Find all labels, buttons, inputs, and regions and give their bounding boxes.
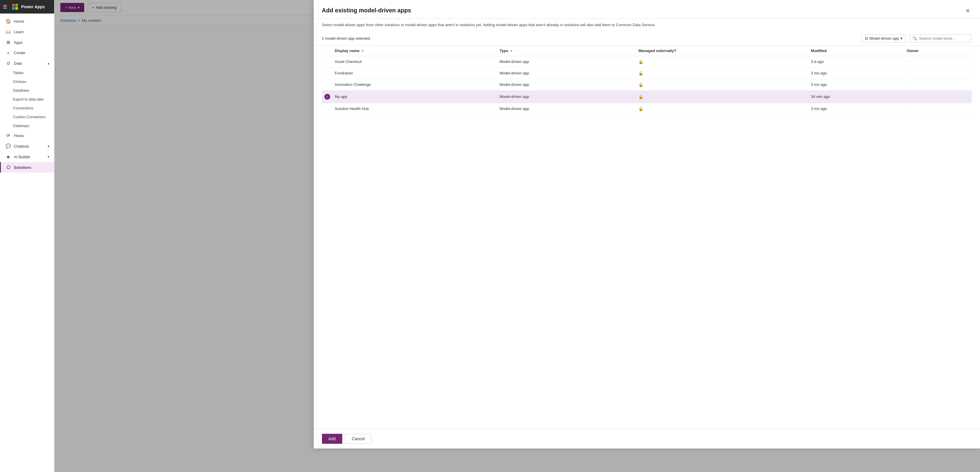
sidebar-item-choices[interactable]: Choices — [0, 78, 54, 86]
modal-description: Select model-driven apps from other solu… — [314, 19, 980, 32]
selected-count: 1 model-driven app selected — [322, 36, 370, 41]
search-icon: 🔍 — [913, 36, 917, 41]
row-modified: 3 mo ago — [809, 79, 905, 90]
row-managed: 🔒 — [636, 56, 808, 67]
col-check — [322, 46, 332, 56]
sidebar-item-tables[interactable]: Tables — [0, 68, 54, 78]
solutions-icon: ⬡ — [6, 165, 11, 170]
row-check-cell[interactable]: ✓ — [322, 90, 332, 103]
learn-icon: 📖 — [6, 29, 11, 35]
sidebar-item-label: Gateways — [13, 124, 29, 128]
row-managed: 🔒 — [636, 67, 808, 79]
sidebar-item-apps[interactable]: ⊞ Apps — [0, 37, 54, 48]
sidebar-item-dataflows[interactable]: Dataflows — [0, 86, 54, 95]
sidebar-item-label: Flows — [14, 133, 24, 138]
app-name: Power Apps — [21, 5, 45, 9]
sidebar-item-connections[interactable]: Connections — [0, 104, 54, 112]
row-owner: - — [904, 103, 972, 114]
col-display-name[interactable]: Display name ▾ — [332, 46, 497, 56]
chevron-up-icon: ▴ — [48, 62, 49, 65]
col-type[interactable]: Type ▾ — [497, 46, 636, 56]
sidebar-item-label: Chatbots — [14, 144, 29, 149]
row-name: Solution Health Hub — [332, 103, 497, 114]
close-button[interactable]: ✕ — [964, 7, 972, 15]
add-button[interactable]: Add — [322, 434, 342, 444]
cancel-button[interactable]: Cancel — [345, 434, 372, 444]
search-box: 🔍 — [909, 35, 972, 42]
sidebar-item-learn[interactable]: 📖 Learn — [0, 27, 54, 37]
sidebar-header: ☰ Power Apps — [0, 0, 54, 14]
row-owner: - — [904, 79, 972, 90]
sidebar-item-label: Choices — [13, 80, 26, 84]
sidebar-item-chatbots[interactable]: 💬 Chatbots ▾ — [0, 141, 54, 152]
main-content: + New ▾ + Add existing Solutions > My so… — [54, 0, 980, 472]
row-name: My app — [332, 90, 497, 103]
create-icon: + — [6, 50, 11, 55]
modal-overlay: Add existing model-driven apps ✕ Select … — [54, 0, 980, 472]
sidebar-item-label: Connections — [13, 106, 33, 110]
table-row[interactable]: Asset CheckoutModel-driven app🔒3 d ago- — [322, 56, 972, 67]
row-check-cell[interactable] — [322, 79, 332, 90]
modal-title: Add existing model-driven apps — [322, 7, 411, 14]
filter-icon: ⊟ — [865, 36, 868, 41]
table-row[interactable]: ✓My appModel-driven app🔒34 min ago- — [322, 90, 972, 103]
row-managed: 🔒 — [636, 103, 808, 114]
apps-icon: ⊞ — [6, 40, 11, 45]
svg-rect-1 — [15, 4, 18, 6]
lock-icon: 🔒 — [638, 59, 643, 64]
sidebar-item-ai-builder[interactable]: ◈ AI Builder ▾ — [0, 152, 54, 162]
sidebar-item-label: Learn — [14, 30, 24, 34]
row-type: Model-driven app — [497, 56, 636, 67]
row-owner: - — [904, 56, 972, 67]
filter-button[interactable]: ⊟ Model-driven app ▾ — [862, 35, 906, 42]
sidebar-item-solutions[interactable]: ⬡ Solutions — [0, 162, 54, 173]
col-owner: Owner — [904, 46, 972, 56]
sidebar-item-export[interactable]: Export to data lake — [0, 95, 54, 104]
svg-rect-3 — [15, 7, 18, 10]
row-modified: 3 mo ago — [809, 67, 905, 79]
row-name: Fundraiser — [332, 67, 497, 79]
add-model-driven-apps-modal: Add existing model-driven apps ✕ Select … — [314, 0, 980, 448]
search-input[interactable] — [919, 36, 969, 41]
col-managed: Managed externally? — [636, 46, 808, 56]
chevron-down-icon: ▾ — [900, 36, 903, 41]
check-icon: ✓ — [324, 94, 330, 100]
row-check-cell[interactable] — [322, 56, 332, 67]
ai-builder-icon: ◈ — [6, 154, 11, 159]
table-row[interactable]: FundraiserModel-driven app🔒3 mo ago- — [322, 67, 972, 79]
sidebar-item-custom-connectors[interactable]: Custom Connectors — [0, 112, 54, 122]
sidebar-nav: 🏠 Home 📖 Learn ⊞ Apps + Create ⊙ Data ▴ … — [0, 14, 54, 175]
sidebar-item-home[interactable]: 🏠 Home — [0, 16, 54, 27]
row-modified: 3 d ago — [809, 56, 905, 67]
hamburger-icon[interactable]: ☰ — [3, 4, 7, 10]
sidebar-item-label: Data — [14, 61, 22, 66]
home-icon: 🏠 — [6, 19, 11, 24]
sidebar-item-gateways[interactable]: Gateways — [0, 122, 54, 130]
modal-toolbar: 1 model-driven app selected ⊟ Model-driv… — [314, 32, 980, 46]
modal-header: Add existing model-driven apps ✕ — [314, 0, 980, 19]
row-modified: 3 mo ago — [809, 103, 905, 114]
sidebar-item-create[interactable]: + Create — [0, 48, 54, 58]
lock-icon: 🔒 — [638, 82, 643, 87]
sidebar-item-flows[interactable]: ⟳ Flows — [0, 130, 54, 141]
row-type: Model-driven app — [497, 67, 636, 79]
sidebar-item-label: Create — [14, 51, 25, 55]
sidebar-item-data[interactable]: ⊙ Data ▴ — [0, 58, 54, 68]
row-type: Model-driven app — [497, 90, 636, 103]
row-check-cell[interactable] — [322, 67, 332, 79]
sidebar-item-label: Dataflows — [13, 89, 29, 93]
row-owner: - — [904, 67, 972, 79]
table-row[interactable]: Innovation ChallengeModel-driven app🔒3 m… — [322, 79, 972, 90]
svg-rect-0 — [12, 4, 15, 6]
table-row[interactable]: Solution Health HubModel-driven app🔒3 mo… — [322, 103, 972, 114]
flows-icon: ⟳ — [6, 133, 11, 138]
row-type: Model-driven app — [497, 79, 636, 90]
sidebar-item-label: Apps — [14, 40, 23, 45]
sidebar: ☰ Power Apps 🏠 Home 📖 Learn ⊞ Apps + Cre… — [0, 0, 54, 472]
row-check-cell[interactable] — [322, 103, 332, 114]
microsoft-logo — [12, 3, 18, 10]
row-modified: 34 min ago — [809, 90, 905, 103]
chatbots-icon: 💬 — [6, 144, 11, 149]
sidebar-item-label: Home — [14, 19, 24, 24]
row-managed: 🔒 — [636, 90, 808, 103]
